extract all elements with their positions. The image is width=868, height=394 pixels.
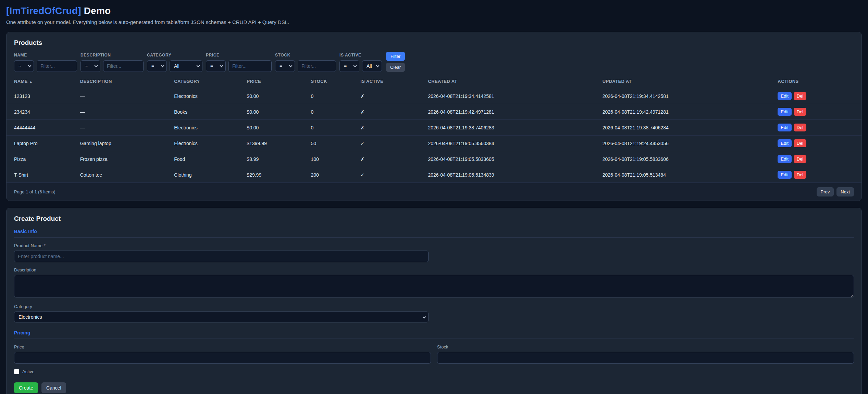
cell-is_active: ✗ (360, 88, 428, 104)
cell-description: Gaming laptop (80, 136, 174, 151)
delete-button[interactable]: Del (794, 155, 807, 163)
delete-button[interactable]: Del (794, 171, 807, 179)
price-filter-input[interactable] (228, 60, 272, 72)
is_active-filter-select[interactable]: All (362, 60, 382, 72)
category-select-wrap: Electronics (14, 312, 429, 322)
stock-filter-input[interactable] (298, 60, 336, 72)
form-buttons: Create Cancel (14, 382, 854, 393)
delete-button[interactable]: Del (794, 108, 807, 116)
row-actions: EditDel (778, 92, 858, 100)
column-header-category[interactable]: CATEGORY (174, 77, 247, 88)
price-filter-label: PRICE (206, 53, 272, 58)
create-button[interactable]: Create (14, 382, 38, 393)
cell-updated_at: 2026-04-08T21:19:42.4971281 (603, 104, 778, 120)
cell-name: 44444444 (7, 120, 80, 136)
delete-button[interactable]: Del (794, 124, 807, 131)
edit-button[interactable]: Edit (778, 124, 791, 131)
description-textarea[interactable] (14, 275, 854, 297)
column-header-actions[interactable]: ACTIONS (778, 77, 861, 88)
name-filter-input[interactable] (37, 60, 77, 72)
cell-price: $0.00 (247, 88, 311, 104)
column-header-description[interactable]: DESCRIPTION (80, 77, 174, 88)
cell-updated_at: 2026-04-08T21:19:05.513484 (603, 167, 778, 183)
row-actions: EditDel (778, 108, 858, 116)
product-name-input[interactable] (14, 251, 429, 262)
cell-price: $29.99 (247, 167, 311, 183)
active-checkbox[interactable] (14, 369, 19, 374)
edit-button[interactable]: Edit (778, 171, 791, 179)
row-actions: EditDel (778, 155, 858, 163)
table-header-row: NAME▲DESCRIPTIONCATEGORYPRICESTOCKIS ACT… (7, 77, 861, 88)
price-operator-select[interactable]: = (206, 60, 226, 72)
column-header-price[interactable]: PRICE (247, 77, 311, 88)
edit-button[interactable]: Edit (778, 108, 791, 116)
cell-actions: EditDel (778, 151, 861, 167)
cell-category: Clothing (174, 167, 247, 183)
section-pricing: Pricing (14, 330, 854, 339)
name-filter-controls: ~ (14, 60, 77, 72)
section-basic-info: Basic Info (14, 229, 854, 238)
is_active-operator-select[interactable]: = (339, 60, 359, 72)
table-row: 234234—Books$0.000✗2026-04-08T21:19:42.4… (7, 104, 861, 120)
edit-button[interactable]: Edit (778, 155, 791, 163)
pagination-status: Page 1 of 1 (6 items) (14, 189, 55, 194)
column-header-stock[interactable]: STOCK (311, 77, 361, 88)
cell-is_active: ✓ (360, 136, 428, 151)
category-operator-select[interactable]: = (147, 60, 167, 72)
cell-is_active: ✗ (360, 104, 428, 120)
stock-operator-select[interactable]: = (275, 60, 295, 72)
cell-created_at: 2026-04-08T21:19:05.3560384 (428, 136, 602, 151)
edit-button[interactable]: Edit (778, 92, 791, 100)
table-row: T-ShirtCotton teeClothing$29.99200✓2026-… (7, 167, 861, 183)
pager-buttons: Prev Next (817, 187, 854, 196)
column-header-is-active[interactable]: IS ACTIVE (360, 77, 428, 88)
filter-group-name: NAME~ (14, 53, 77, 72)
row-actions: EditDel (778, 139, 858, 147)
price-label: Price (14, 344, 431, 349)
delete-button[interactable]: Del (794, 139, 807, 147)
description-filter-controls: ~ (80, 60, 144, 72)
category-select[interactable]: Electronics (14, 312, 429, 322)
name-operator-select[interactable]: ~ (14, 60, 34, 72)
cell-is_active: ✗ (360, 151, 428, 167)
category-filter-select[interactable]: All (170, 60, 202, 72)
cell-created_at: 2026-04-08T21:19:42.4971281 (428, 104, 602, 120)
cell-updated_at: 2026-04-08T21:19:24.4453056 (603, 136, 778, 151)
cell-actions: EditDel (778, 167, 861, 183)
next-page-button[interactable]: Next (836, 187, 854, 196)
table-head: NAME▲DESCRIPTIONCATEGORYPRICESTOCKIS ACT… (7, 77, 861, 88)
cell-description: — (80, 120, 174, 136)
description-filter-input[interactable] (103, 60, 144, 72)
cell-is_active: ✗ (360, 120, 428, 136)
active-checkbox-label: Active (22, 369, 34, 374)
edit-button[interactable]: Edit (778, 139, 791, 147)
column-header-updated-at[interactable]: UPDATED AT (603, 77, 778, 88)
category-operator-wrap: = (147, 60, 167, 72)
cell-updated_at: 2026-04-08T21:19:34.4142581 (603, 88, 778, 104)
stock-input[interactable] (437, 352, 854, 364)
table-row: 123123—Electronics$0.000✗2026-04-08T21:1… (7, 88, 861, 104)
delete-button[interactable]: Del (794, 92, 807, 100)
column-header-created-at[interactable]: CREATED AT (428, 77, 602, 88)
description-operator-select[interactable]: ~ (80, 60, 100, 72)
clear-button[interactable]: Clear (386, 63, 405, 72)
product-name-label: Product Name * (14, 243, 854, 248)
products-heading: Products (7, 39, 861, 47)
page-title: [ImTiredOfCrud]Demo (6, 5, 862, 16)
column-header-name[interactable]: NAME▲ (7, 77, 80, 88)
cell-price: $0.00 (247, 104, 311, 120)
cancel-button[interactable]: Cancel (41, 382, 66, 393)
price-input[interactable] (14, 352, 431, 364)
prev-page-button[interactable]: Prev (817, 187, 834, 196)
filter-button[interactable]: Filter (386, 52, 405, 61)
cell-created_at: 2026-04-08T21:19:38.7406283 (428, 120, 602, 136)
create-product-panel: Create Product Basic Info Product Name *… (6, 208, 862, 394)
cell-price: $1399.99 (247, 136, 311, 151)
cell-category: Food (174, 151, 247, 167)
cell-stock: 200 (311, 167, 361, 183)
cell-stock: 100 (311, 151, 361, 167)
stock-label: Stock (437, 344, 854, 349)
row-actions: EditDel (778, 124, 858, 131)
name-operator-wrap: ~ (14, 60, 34, 72)
row-actions: EditDel (778, 171, 858, 179)
